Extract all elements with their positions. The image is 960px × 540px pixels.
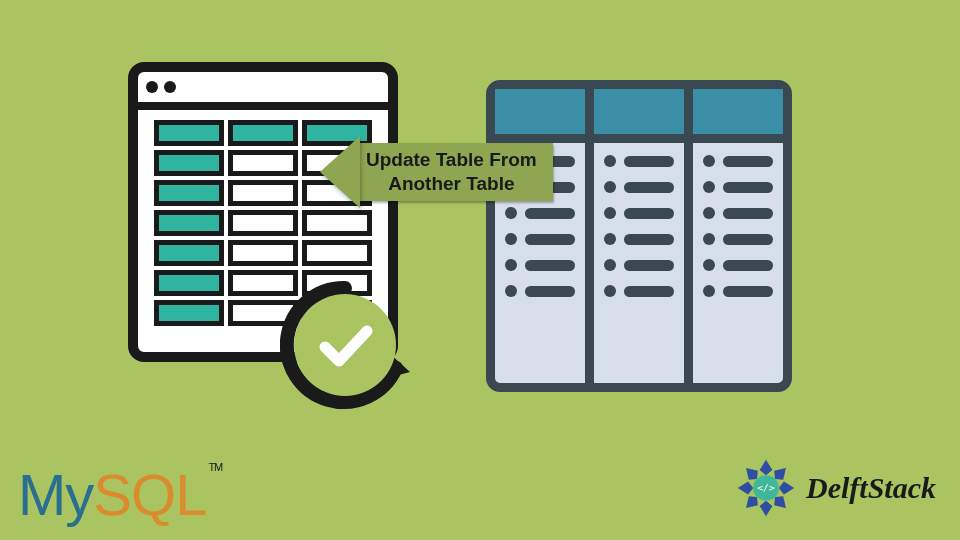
bullet-icon <box>604 155 616 167</box>
bullet-icon <box>604 259 616 271</box>
delftstack-mandala-icon: </> <box>734 456 798 520</box>
bullet-icon <box>703 285 715 297</box>
arrow-head-icon <box>320 136 360 208</box>
table-cell <box>228 240 298 266</box>
check-circle <box>294 294 396 396</box>
bullet-icon <box>505 285 517 297</box>
data-bar <box>723 234 773 245</box>
rtable-header <box>693 89 783 143</box>
rtable-body <box>693 143 783 383</box>
data-bar <box>624 182 674 193</box>
bullet-icon <box>604 233 616 245</box>
refresh-check-icon <box>280 280 410 410</box>
window-control-dot <box>146 81 158 93</box>
source-table <box>486 80 792 392</box>
bullet-icon <box>505 233 517 245</box>
rtable-row <box>604 155 674 167</box>
data-bar <box>723 260 773 271</box>
table-cell <box>302 210 372 236</box>
rtable-header <box>495 89 585 143</box>
bullet-icon <box>703 259 715 271</box>
arrow-label: Update Table From Another Table <box>320 136 553 208</box>
rtable-row <box>604 259 674 271</box>
table-cell <box>154 210 224 236</box>
rtable-header <box>594 89 684 143</box>
arrow-text-line1: Update Table From <box>366 148 537 172</box>
window-control-dot <box>164 81 176 93</box>
data-bar <box>624 208 674 219</box>
trademark-text: TM <box>208 461 222 473</box>
table-cell <box>228 210 298 236</box>
delftstack-logo: </> DelftStack <box>734 456 936 520</box>
bullet-icon <box>604 207 616 219</box>
window-titlebar <box>138 72 388 110</box>
data-bar <box>525 260 575 271</box>
mysql-wordmark: MySQLTM <box>18 461 222 528</box>
data-bar <box>723 208 773 219</box>
rtable-row <box>505 233 575 245</box>
rtable-row <box>703 259 773 271</box>
mysql-logo: MySQLTM <box>18 461 222 528</box>
bullet-icon <box>703 207 715 219</box>
data-bar <box>624 156 674 167</box>
mysql-sql: SQL <box>93 462 206 527</box>
data-bar <box>723 182 773 193</box>
data-bar <box>624 260 674 271</box>
rtable-col-3 <box>693 89 783 383</box>
rtable-col-1 <box>495 89 594 383</box>
arrow-body: Update Table From Another Table <box>360 143 553 201</box>
table-cell <box>154 150 224 176</box>
table-cell <box>154 180 224 206</box>
bullet-icon <box>703 233 715 245</box>
data-bar <box>624 286 674 297</box>
bullet-icon <box>703 155 715 167</box>
rtable-row <box>703 155 773 167</box>
data-bar <box>624 234 674 245</box>
table-cell <box>228 120 298 146</box>
data-bar <box>723 156 773 167</box>
rtable-row <box>703 285 773 297</box>
delftstack-wordmark: DelftStack <box>806 471 936 505</box>
rtable-row <box>505 285 575 297</box>
bullet-icon <box>604 181 616 193</box>
check-icon <box>313 313 377 377</box>
table-cell <box>154 240 224 266</box>
arrow-text-line2: Another Table <box>366 172 537 196</box>
rtable-row <box>604 285 674 297</box>
rtable-row <box>505 207 575 219</box>
table-cell <box>302 240 372 266</box>
rtable-body <box>594 143 684 383</box>
bullet-icon <box>505 207 517 219</box>
bullet-icon <box>604 285 616 297</box>
svg-text:</>: </> <box>757 482 775 493</box>
rtable-row <box>604 181 674 193</box>
data-bar <box>525 286 575 297</box>
data-bar <box>525 234 575 245</box>
table-cell <box>228 150 298 176</box>
data-bar <box>723 286 773 297</box>
mysql-my: My <box>18 462 93 527</box>
table-cell <box>154 120 224 146</box>
table-cell <box>228 180 298 206</box>
table-cell <box>154 270 224 296</box>
rtable-row <box>604 207 674 219</box>
bullet-icon <box>703 181 715 193</box>
table-col-1 <box>154 120 224 326</box>
rtable-row <box>505 259 575 271</box>
rtable-row <box>604 233 674 245</box>
rtable-row <box>703 207 773 219</box>
rtable-row <box>703 181 773 193</box>
data-bar <box>525 208 575 219</box>
rtable-col-2 <box>594 89 693 383</box>
bullet-icon <box>505 259 517 271</box>
rtable-row <box>703 233 773 245</box>
table-cell <box>154 300 224 326</box>
